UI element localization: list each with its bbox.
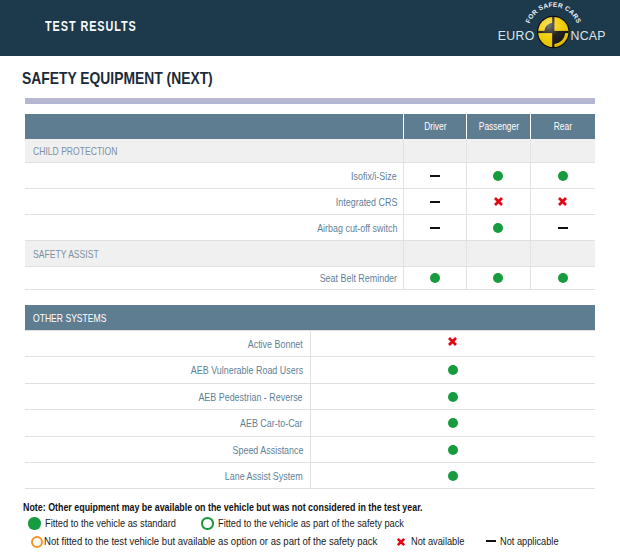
svg-text:NCAP: NCAP (571, 29, 606, 43)
svg-text:EURO: EURO (498, 29, 535, 43)
